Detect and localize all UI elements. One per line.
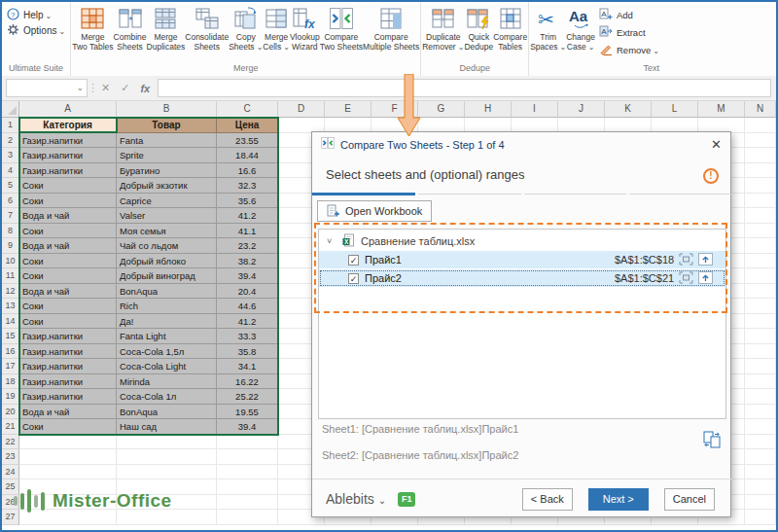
cell-C22[interactable] xyxy=(217,435,278,450)
column-header-H[interactable]: H xyxy=(465,101,512,118)
sheet-row-price1[interactable]: ✓ Прайс1 $A$1:$C$18 xyxy=(319,251,725,268)
ablebits-menu[interactable]: Ablebits xyxy=(326,491,386,507)
sheet-row-price2[interactable]: ✓ Прайс2 $A$1:$C$21 xyxy=(319,269,725,287)
cell-C4[interactable]: 16.6 xyxy=(217,163,278,179)
cell-C5[interactable]: 32.3 xyxy=(217,178,278,194)
merge-duplicates-button[interactable]: MergeDuplicates xyxy=(147,3,186,61)
row-number-17[interactable]: 17 xyxy=(2,359,19,374)
row-number-6[interactable]: 6 xyxy=(2,194,19,209)
column-header-L[interactable]: L xyxy=(652,101,698,118)
cell-A14[interactable]: Соки xyxy=(19,314,117,330)
cell-C23[interactable] xyxy=(217,449,278,465)
cell-B6[interactable]: Caprice xyxy=(117,194,217,209)
open-workbook-button[interactable]: Open Workbook xyxy=(317,200,432,222)
trim-spaces-button[interactable]: ✂TrimSpaces xyxy=(530,3,566,61)
cell-B13[interactable]: Rich xyxy=(117,299,217,314)
cell-C27[interactable] xyxy=(217,510,278,525)
row-number-3[interactable]: 3 xyxy=(2,148,19,163)
cell-N17[interactable] xyxy=(745,359,776,374)
cell-N21[interactable] xyxy=(745,419,776,435)
row-number-18[interactable]: 18 xyxy=(2,374,19,390)
cell-N24[interactable] xyxy=(745,465,776,480)
cell-A10[interactable]: Соки xyxy=(19,254,117,269)
cell-N26[interactable] xyxy=(745,495,776,511)
column-header-B[interactable]: B xyxy=(117,101,217,118)
cell-C13[interactable]: 44.6 xyxy=(217,299,278,314)
compare-two-sheets-button[interactable]: CompareTwo Sheets xyxy=(320,3,363,61)
cell-A21[interactable]: Соки xyxy=(19,419,117,435)
cell-A3[interactable]: Газир.напитки xyxy=(19,148,117,163)
cell-N27[interactable] xyxy=(745,510,776,525)
cancel-entry-icon[interactable]: ✕ xyxy=(101,82,110,94)
cell-N10[interactable] xyxy=(745,254,776,269)
cell-A9[interactable]: Вода и чай xyxy=(19,238,117,254)
column-header-N[interactable]: N xyxy=(745,101,776,118)
column-header-I[interactable]: I xyxy=(512,101,558,118)
cell-B10[interactable]: Добрый яблоко xyxy=(117,254,217,269)
cell-N1[interactable] xyxy=(745,118,776,133)
cell-B19[interactable]: Coca-Cola 1л xyxy=(117,389,217,405)
row-number-14[interactable]: 14 xyxy=(2,314,19,330)
row-number-16[interactable]: 16 xyxy=(2,344,19,360)
cell-N11[interactable] xyxy=(745,268,776,284)
cell-A15[interactable]: Газир.напитки xyxy=(19,329,117,344)
cell-A16[interactable]: Газир.напитки xyxy=(19,344,117,360)
cell-B8[interactable]: Моя семья xyxy=(117,224,217,239)
cell-C26[interactable] xyxy=(217,495,278,511)
cell-A24[interactable] xyxy=(19,465,117,480)
change-case-button[interactable]: AaChangeCase xyxy=(566,3,595,61)
cell-N12[interactable] xyxy=(745,284,776,300)
cell-N19[interactable] xyxy=(745,389,776,405)
row-number-8[interactable]: 8 xyxy=(2,224,19,239)
cell-A12[interactable]: Вода и чай xyxy=(19,284,117,300)
cell-C25[interactable] xyxy=(217,479,278,495)
cell-C17[interactable]: 34.1 xyxy=(217,359,278,374)
consolidate-sheets-button[interactable]: ConsolidateSheets xyxy=(185,3,229,61)
cell-A4[interactable]: Газир.напитки xyxy=(19,163,117,179)
cell-C9[interactable]: 23.2 xyxy=(217,238,278,254)
cell-C6[interactable]: 35.6 xyxy=(217,194,278,209)
column-header-K[interactable]: K xyxy=(605,101,652,118)
cell-C12[interactable]: 20.4 xyxy=(217,284,278,300)
cell-N23[interactable] xyxy=(745,449,776,465)
cell-A19[interactable]: Газир.напитки xyxy=(19,389,117,405)
vlookup-wizard-button[interactable]: fxVlookupWizard xyxy=(290,3,320,61)
row-number-11[interactable]: 11 xyxy=(2,268,19,284)
cell-B1[interactable]: Товар xyxy=(117,118,217,133)
sheet-checkbox[interactable]: ✓ xyxy=(348,255,359,266)
copy-sheets-button[interactable]: CopySheets xyxy=(229,3,263,61)
cell-A2[interactable]: Газир.напитки xyxy=(19,133,117,149)
cell-C24[interactable] xyxy=(217,465,278,480)
swap-sheets-icon[interactable] xyxy=(702,430,722,453)
cell-N25[interactable] xyxy=(745,479,776,495)
cell-B15[interactable]: Fanta Light xyxy=(117,329,217,344)
cell-B20[interactable]: BonAqua xyxy=(117,405,217,420)
row-number-5[interactable]: 5 xyxy=(2,178,19,194)
row-number-19[interactable]: 19 xyxy=(2,389,19,405)
select-all-corner[interactable] xyxy=(2,101,19,118)
cell-A8[interactable]: Соки xyxy=(19,224,117,239)
row-number-10[interactable]: 10 xyxy=(2,254,19,269)
row-number-1[interactable]: 1 xyxy=(2,118,19,133)
row-number-12[interactable]: 12 xyxy=(2,284,19,300)
f1-help-badge[interactable]: F1 xyxy=(398,492,415,507)
cell-C14[interactable]: 41.2 xyxy=(217,314,278,330)
cell-C18[interactable]: 16.22 xyxy=(217,374,278,390)
cell-A6[interactable]: Соки xyxy=(19,194,117,209)
cell-N20[interactable] xyxy=(745,405,776,420)
cell-A17[interactable]: Газир.напитки xyxy=(19,359,117,374)
merge-two-tables-button[interactable]: MergeTwo Tables xyxy=(72,3,113,61)
cell-A11[interactable]: Соки xyxy=(19,268,117,284)
cell-B11[interactable]: Добрый виноград xyxy=(117,268,217,284)
remove-button[interactable]: Remove xyxy=(595,41,663,58)
cell-C7[interactable]: 41.2 xyxy=(217,208,278,224)
confirm-entry-icon[interactable]: ✓ xyxy=(121,82,129,94)
cell-A7[interactable]: Вода и чай xyxy=(19,208,117,224)
column-header-E[interactable]: E xyxy=(325,101,371,118)
cell-B18[interactable]: Mirinda xyxy=(117,374,217,390)
cell-C1[interactable]: Цена xyxy=(217,118,278,133)
cell-N2[interactable] xyxy=(745,133,776,149)
cell-N18[interactable] xyxy=(745,374,776,390)
close-icon[interactable]: ✕ xyxy=(711,138,722,151)
column-header-C[interactable]: C xyxy=(217,101,278,118)
